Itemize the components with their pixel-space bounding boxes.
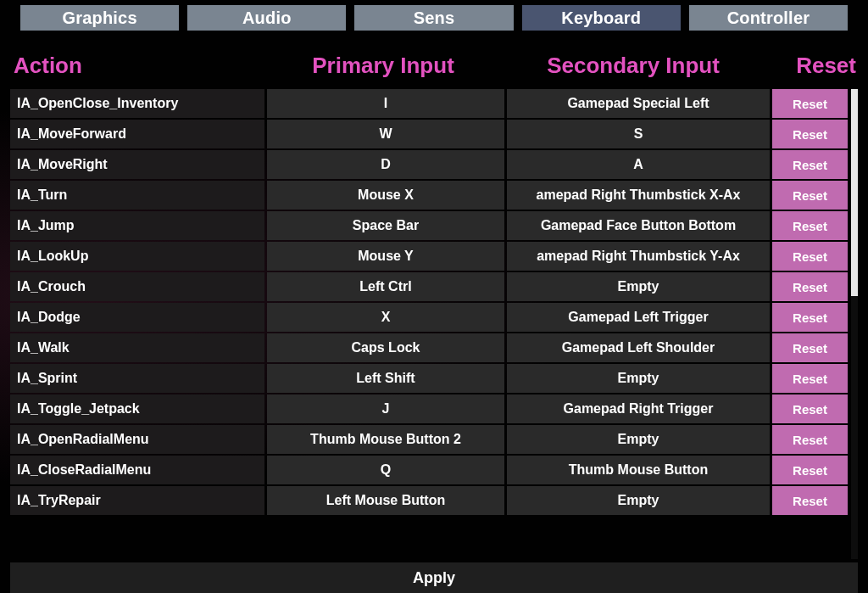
secondary-input[interactable]: Gamepad Right Trigger xyxy=(507,394,770,423)
binding-action-label: IA_MoveRight xyxy=(10,150,264,179)
binding-action-label: IA_LookUp xyxy=(10,242,264,271)
binding-action-label: IA_OpenRadialMenu xyxy=(10,425,264,454)
reset-button[interactable]: Reset xyxy=(772,394,848,423)
primary-input[interactable]: X xyxy=(267,303,504,332)
reset-button[interactable]: Reset xyxy=(772,272,848,301)
header-action: Action xyxy=(10,53,264,79)
binding-action-label: IA_OpenClose_Inventory xyxy=(10,89,264,118)
binding-row: IA_MoveRightDAReset xyxy=(10,150,848,179)
reset-button[interactable]: Reset xyxy=(772,456,848,484)
secondary-input[interactable]: Empty xyxy=(507,272,770,301)
column-headers: Action Primary Input Secondary Input Res… xyxy=(10,37,858,89)
binding-row: IA_JumpSpace BarGamepad Face Button Bott… xyxy=(10,211,848,240)
secondary-input[interactable]: A xyxy=(507,150,770,179)
primary-input[interactable]: Q xyxy=(267,456,504,484)
primary-input[interactable]: Space Bar xyxy=(267,211,504,240)
reset-button[interactable]: Reset xyxy=(772,303,848,332)
header-secondary: Secondary Input xyxy=(502,53,765,79)
binding-row: IA_WalkCaps LockGamepad Left ShoulderRes… xyxy=(10,333,848,362)
tab-graphics[interactable]: Graphics xyxy=(20,5,179,31)
primary-input[interactable]: I xyxy=(267,89,504,118)
primary-input[interactable]: W xyxy=(267,120,504,148)
binding-row: IA_SprintLeft ShiftEmptyReset xyxy=(10,364,848,393)
apply-button[interactable]: Apply xyxy=(10,562,858,593)
tab-audio[interactable]: Audio xyxy=(187,5,346,31)
binding-row: IA_TryRepairLeft Mouse ButtonEmptyReset xyxy=(10,486,848,515)
binding-action-label: IA_CloseRadialMenu xyxy=(10,456,264,484)
primary-input[interactable]: Left Mouse Button xyxy=(267,486,504,515)
binding-action-label: IA_Walk xyxy=(10,333,264,362)
binding-action-label: IA_Dodge xyxy=(10,303,264,332)
binding-row: IA_TurnMouse Xamepad Right Thumbstick X-… xyxy=(10,181,848,210)
binding-action-label: IA_Sprint xyxy=(10,364,264,393)
binding-row: IA_LookUpMouse Yamepad Right Thumbstick … xyxy=(10,242,848,271)
secondary-input[interactable]: Gamepad Left Shoulder xyxy=(507,333,770,362)
binding-action-label: IA_Toggle_Jetpack xyxy=(10,394,264,423)
binding-row: IA_OpenRadialMenuThumb Mouse Button 2Emp… xyxy=(10,425,848,454)
reset-button[interactable]: Reset xyxy=(772,211,848,240)
tab-keyboard[interactable]: Keyboard xyxy=(522,5,681,31)
reset-button[interactable]: Reset xyxy=(772,425,848,454)
header-primary: Primary Input xyxy=(264,53,502,79)
scrollbar-thumb[interactable] xyxy=(851,89,858,296)
primary-input[interactable]: Left Shift xyxy=(267,364,504,393)
primary-input[interactable]: Thumb Mouse Button 2 xyxy=(267,425,504,454)
reset-button[interactable]: Reset xyxy=(772,333,848,362)
binding-action-label: IA_TryRepair xyxy=(10,486,264,515)
secondary-input[interactable]: Gamepad Special Left xyxy=(507,89,770,118)
bindings-list: IA_OpenClose_InventoryIGamepad Special L… xyxy=(10,89,848,559)
binding-row: IA_CloseRadialMenuQThumb Mouse ButtonRes… xyxy=(10,456,848,484)
primary-input[interactable]: Mouse X xyxy=(267,181,504,210)
secondary-input[interactable]: Empty xyxy=(507,486,770,515)
binding-row: IA_DodgeXGamepad Left TriggerReset xyxy=(10,303,848,332)
primary-input[interactable]: Mouse Y xyxy=(267,242,504,271)
reset-button[interactable]: Reset xyxy=(772,242,848,271)
reset-button[interactable]: Reset xyxy=(772,364,848,393)
scrollbar[interactable] xyxy=(851,89,858,559)
primary-input[interactable]: Left Ctrl xyxy=(267,272,504,301)
header-reset: Reset xyxy=(765,53,858,79)
secondary-input[interactable]: amepad Right Thumbstick X-Ax xyxy=(507,181,770,210)
binding-row: IA_MoveForwardWSReset xyxy=(10,120,848,148)
binding-action-label: IA_MoveForward xyxy=(10,120,264,148)
secondary-input[interactable]: Gamepad Left Trigger xyxy=(507,303,770,332)
reset-button[interactable]: Reset xyxy=(772,120,848,148)
secondary-input[interactable]: Gamepad Face Button Bottom xyxy=(507,211,770,240)
secondary-input[interactable]: S xyxy=(507,120,770,148)
binding-action-label: IA_Jump xyxy=(10,211,264,240)
secondary-input[interactable]: Empty xyxy=(507,364,770,393)
secondary-input[interactable]: Thumb Mouse Button xyxy=(507,456,770,484)
tab-controller[interactable]: Controller xyxy=(689,5,848,31)
settings-tabs: GraphicsAudioSensKeyboardController xyxy=(10,5,858,37)
binding-row: IA_Toggle_JetpackJGamepad Right TriggerR… xyxy=(10,394,848,423)
secondary-input[interactable]: Empty xyxy=(507,425,770,454)
secondary-input[interactable]: amepad Right Thumbstick Y-Ax xyxy=(507,242,770,271)
binding-action-label: IA_Crouch xyxy=(10,272,264,301)
reset-button[interactable]: Reset xyxy=(772,150,848,179)
reset-button[interactable]: Reset xyxy=(772,181,848,210)
primary-input[interactable]: Caps Lock xyxy=(267,333,504,362)
reset-button[interactable]: Reset xyxy=(772,89,848,118)
primary-input[interactable]: J xyxy=(267,394,504,423)
reset-button[interactable]: Reset xyxy=(772,486,848,515)
binding-row: IA_CrouchLeft CtrlEmptyReset xyxy=(10,272,848,301)
primary-input[interactable]: D xyxy=(267,150,504,179)
binding-action-label: IA_Turn xyxy=(10,181,264,210)
binding-row: IA_OpenClose_InventoryIGamepad Special L… xyxy=(10,89,848,118)
tab-sens[interactable]: Sens xyxy=(354,5,513,31)
